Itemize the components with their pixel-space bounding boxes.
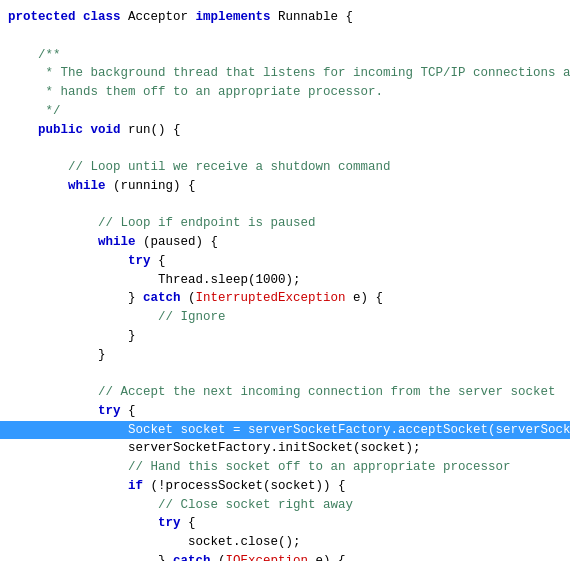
code-line: try { (0, 402, 570, 421)
code-line: Thread.sleep(1000); (0, 271, 570, 290)
code-line: try { (0, 252, 570, 271)
code-line: } (0, 346, 570, 365)
code-line: serverSocketFactory.initSocket(socket); (0, 439, 570, 458)
code-line: } catch (IOException e) { (0, 552, 570, 561)
code-line: Socket socket = serverSocketFactory.acce… (0, 421, 570, 440)
code-line: while (paused) { (0, 233, 570, 252)
code-line: // Loop if endpoint is paused (0, 214, 570, 233)
code-line: } catch (InterruptedException e) { (0, 289, 570, 308)
code-line: * hands them off to an appropriate proce… (0, 83, 570, 102)
code-line (0, 27, 570, 46)
code-line: while (running) { (0, 177, 570, 196)
code-line (0, 364, 570, 383)
code-line: socket.close(); (0, 533, 570, 552)
code-line (0, 196, 570, 215)
code-line: // Accept the next incoming connection f… (0, 383, 570, 402)
code-line: // Close socket right away (0, 496, 570, 515)
code-line: */ (0, 102, 570, 121)
code-line: protected class Acceptor implements Runn… (0, 8, 570, 27)
code-line: public void run() { (0, 121, 570, 140)
code-editor: protected class Acceptor implements Runn… (0, 0, 570, 561)
code-line: if (!processSocket(socket)) { (0, 477, 570, 496)
code-line: } (0, 327, 570, 346)
code-line: // Hand this socket off to an appropriat… (0, 458, 570, 477)
code-line: try { (0, 514, 570, 533)
code-line: * The background thread that listens for… (0, 64, 570, 83)
code-line: // Loop until we receive a shutdown comm… (0, 158, 570, 177)
code-line: // Ignore (0, 308, 570, 327)
code-line: /** (0, 46, 570, 65)
code-line (0, 139, 570, 158)
